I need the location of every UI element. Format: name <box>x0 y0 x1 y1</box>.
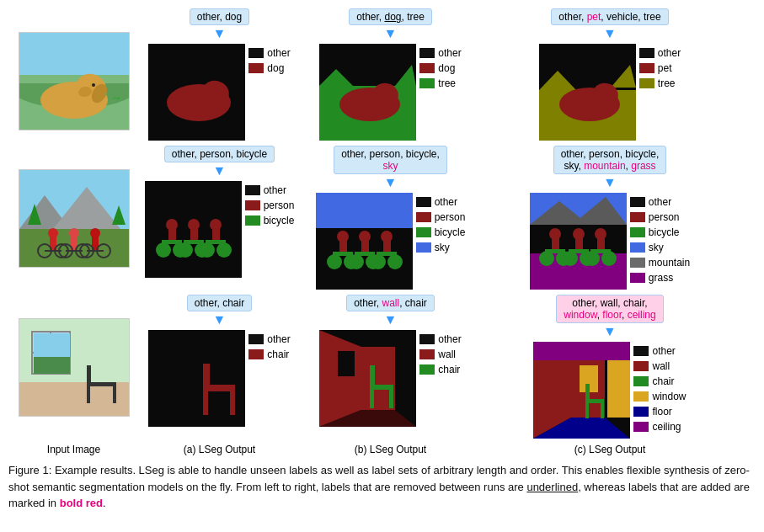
legend-label: other <box>658 47 681 59</box>
legend-label: other <box>438 47 461 59</box>
legend-swatch <box>630 227 645 237</box>
bottom-label-c: (c) LSeg Output <box>488 444 732 455</box>
legend-swatch <box>633 407 649 417</box>
caption-text: other, person, bicycle,sky <box>341 148 440 172</box>
caption-text: other, person, bicycle,sky, mountain, gr… <box>561 148 660 172</box>
legend-swatch <box>630 242 645 253</box>
legend-item: grass <box>630 272 690 284</box>
seg-bike-a <box>145 181 242 278</box>
caption-text: other, wall, chair <box>354 297 427 309</box>
seg-dog-c <box>539 44 636 141</box>
legend-room-b: other wall chair <box>419 330 461 375</box>
col-a-row3: other, chair ▼ other chair <box>146 295 293 427</box>
legend-label: person <box>264 200 295 211</box>
input-col-2 <box>8 146 139 268</box>
legend-item: chair <box>248 348 290 360</box>
figure-container: other, dog ▼ other dog <box>8 8 756 512</box>
caption-bold-red: bold red <box>60 497 103 509</box>
legend-label: sky <box>649 242 664 253</box>
legend-item: floor <box>633 406 686 418</box>
caption-text: other, person, bicycle <box>172 148 267 160</box>
legend-item: person <box>245 200 295 211</box>
legend-item: pet <box>639 62 681 74</box>
legend-swatch <box>419 63 435 73</box>
bottom-label-a: (a) LSeg Output <box>146 444 293 455</box>
col-b-row3: other, wall, chair ▼ other wall <box>300 295 481 427</box>
legend-swatch <box>419 349 435 359</box>
legend-bike-a: other person bicycle <box>245 181 295 226</box>
legend-item: dog <box>248 62 290 74</box>
legend-item: dog <box>419 62 461 74</box>
caption-bike-a: other, person, bicycle <box>164 146 275 162</box>
caption-room-b: other, wall, chair <box>346 295 435 311</box>
legend-label: dog <box>438 62 455 74</box>
caption-text: other, wall, chair,window, floor, ceilin… <box>564 297 655 321</box>
legend-item: other <box>245 184 295 196</box>
legend-item: mountain <box>630 257 690 269</box>
legend-item: bicycle <box>245 215 295 226</box>
legend-item: person <box>416 211 466 223</box>
caption-bike-b: other, person, bicycle,sky <box>334 146 447 174</box>
legend-swatch <box>245 200 260 210</box>
input-col-1 <box>8 8 139 130</box>
legend-label: window <box>652 391 686 402</box>
legend-item: wall <box>419 348 461 360</box>
seg-room-c <box>533 342 630 439</box>
legend-label: person <box>435 211 466 223</box>
legend-label: wall <box>652 360 670 372</box>
legend-swatch <box>419 48 435 58</box>
arrow-down: ▼ <box>213 164 227 178</box>
legend-label: other <box>649 196 671 208</box>
legend-swatch <box>419 78 435 88</box>
caption-text: other, dog, tree <box>356 11 425 23</box>
legend-label: other <box>438 333 461 345</box>
legend-label: tree <box>658 77 676 89</box>
seg-dog-b <box>319 44 416 141</box>
legend-swatch <box>248 48 264 58</box>
caption-underlined: underlined <box>526 481 578 493</box>
col-a-row2: other, person, bicycle ▼ other person <box>146 146 293 278</box>
legend-label: floor <box>652 406 671 418</box>
col-a-row1: other, dog ▼ other dog <box>146 8 293 141</box>
legend-item: other <box>639 47 681 59</box>
col-b-row2: other, person, bicycle,sky ▼ other perso… <box>300 146 481 290</box>
legend-item: other <box>248 47 290 59</box>
legend-item: chair <box>419 364 461 375</box>
legend-item: wall <box>633 360 686 372</box>
bottom-label-b: (b) LSeg Output <box>300 444 481 455</box>
seg-dog-a <box>148 44 245 141</box>
legend-label: chair <box>652 375 674 387</box>
legend-swatch <box>416 227 431 237</box>
legend-label: person <box>649 211 680 223</box>
legend-swatch <box>639 78 654 88</box>
legend-bike-c: other person bicycle sky <box>630 193 690 284</box>
legend-swatch <box>633 391 649 402</box>
legend-label: chair <box>438 364 460 375</box>
bike-input-image <box>19 169 130 268</box>
legend-swatch <box>633 346 649 356</box>
legend-item: bicycle <box>630 226 690 238</box>
seg-room-a <box>148 330 245 427</box>
seg-bike-c <box>530 193 627 290</box>
legend-bike-b: other person bicycle sky <box>416 193 466 253</box>
legend-swatch <box>630 258 645 268</box>
arrow-down: ▼ <box>384 313 398 327</box>
legend-swatch <box>419 364 435 375</box>
legend-label: dog <box>267 62 284 74</box>
legend-swatch <box>245 185 260 195</box>
legend-item: tree <box>639 77 681 89</box>
legend-swatch <box>630 197 645 207</box>
legend-item: bicycle <box>416 226 466 238</box>
legend-swatch <box>245 215 260 226</box>
seg-room-b <box>319 330 416 427</box>
legend-label: other <box>267 47 290 59</box>
legend-swatch <box>633 376 649 386</box>
caption-dog-b: other, dog, tree <box>349 8 432 25</box>
legend-swatch <box>416 242 431 253</box>
caption-text: other, dog <box>197 11 242 23</box>
col-b-row1: other, dog, tree ▼ other dog tre <box>300 8 481 141</box>
legend-label: tree <box>438 77 456 89</box>
arrow-down: ▼ <box>213 313 227 327</box>
legend-label: other <box>264 184 286 196</box>
room-input-image <box>19 318 130 417</box>
